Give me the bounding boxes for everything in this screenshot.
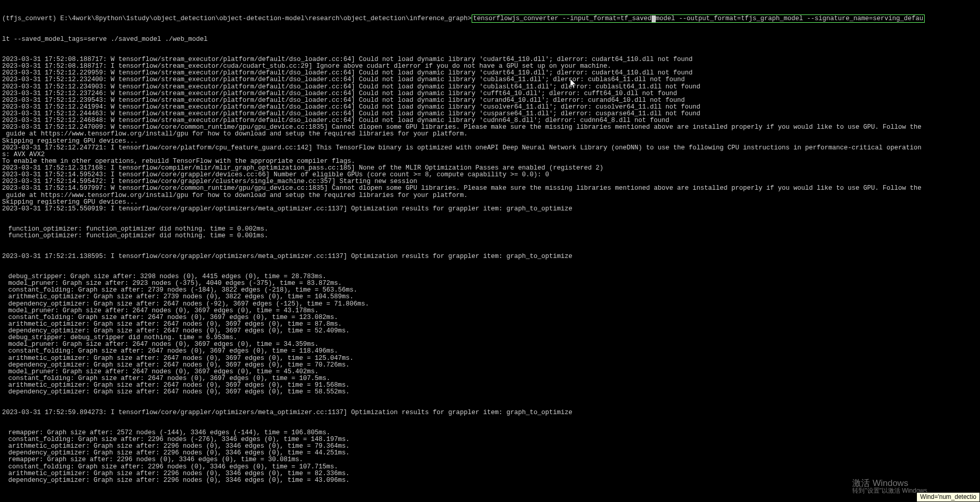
command-highlight: tensorflowjs_converter --input_format=tf… [472, 14, 925, 23]
log-line: 2023-03-31 17:52:59.894273: I tensorflow… [2, 409, 978, 416]
log-line: 2023-03-31 17:52:15.550919: I tensorflow… [2, 206, 978, 212]
log-line: arithmetic_optimizer: Graph size after: … [2, 470, 978, 477]
log-line: Skipping registering GPU devices... [2, 199, 978, 206]
log-line: 2023-03-31 17:52:14.597997: W tensorflow… [2, 185, 978, 192]
prompt-continuation: lt --saved_model_tags=serve ./saved_mode… [2, 36, 978, 43]
log-line: arithmetic_optimizer: Graph size after: … [2, 294, 978, 300]
log-line: guide at https://www.tensorflow.org/inst… [2, 192, 978, 199]
log-line: 2023-03-31 17:52:21.138595: I tensorflow… [2, 253, 978, 260]
log-line: function_optimizer: function_optimizer d… [2, 233, 978, 239]
log-line: dependency_optimizer: Graph size after: … [2, 389, 978, 395]
log-line: constant_folding: Graph size after: 2296… [2, 464, 978, 470]
prompt-line: (tfjs_convert) E:\4work\8python\1study\o… [2, 16, 978, 22]
log-line: 2023-03-31 17:52:12.247721: I tensorflow… [2, 145, 978, 151]
log-line: constant_folding: Graph size after: 2647… [2, 314, 978, 321]
log-line: 2023-03-31 17:52:12.237246: W tensorflow… [2, 90, 978, 97]
log-line: model_pruner: Graph size after: 2647 nod… [2, 308, 978, 314]
tooltip-fragment: Wind='num_detectio [916, 492, 980, 502]
terminal-output[interactable]: (tfjs_convert) E:\4work\8python\1study\o… [0, 0, 980, 502]
log-block-3: 2023-03-31 17:52:59.894273: I tensorflow… [2, 409, 978, 416]
log-line: constant_folding: Graph size after: 2647… [2, 348, 978, 355]
indented-block-1: function_optimizer: function_optimizer d… [2, 226, 978, 239]
log-block-2: 2023-03-31 17:52:21.138595: I tensorflow… [2, 253, 978, 260]
log-line: dependency_optimizer: Graph size after: … [2, 477, 978, 484]
prompt-prefix: (tfjs_convert) E:\4work\8python\1study\o… [2, 15, 472, 22]
indented-block-3: remapper: Graph size after: 2572 nodes (… [2, 430, 978, 484]
log-line: 2023-03-31 17:52:12.232400: W tensorflow… [2, 77, 978, 83]
log-line: remapper: Graph size after: 2296 nodes (… [2, 457, 978, 463]
indented-block-2: debug_stripper: Graph size after: 3298 n… [2, 273, 978, 395]
text-cursor [652, 16, 656, 22]
log-line: guide at https://www.tensorflow.org/inst… [2, 131, 978, 138]
log-line: Skipping registering GPU devices... [2, 138, 978, 145]
log-block-1: 2023-03-31 17:52:08.188717: W tensorflow… [2, 56, 978, 212]
log-line: 2023-03-31 17:52:12.234903: W tensorflow… [2, 84, 978, 90]
log-line: dependency_optimizer: Graph size after: … [2, 362, 978, 369]
log-line: 2023-03-31 17:52:12.239543: W tensorflow… [2, 97, 978, 104]
log-line: dependency_optimizer: Graph size after: … [2, 301, 978, 308]
log-line: model_pruner: Graph size after: 2647 nod… [2, 369, 978, 375]
log-line: s: AVX AVX2 [2, 151, 978, 158]
log-line: arithmetic_optimizer: Graph size after: … [2, 355, 978, 362]
